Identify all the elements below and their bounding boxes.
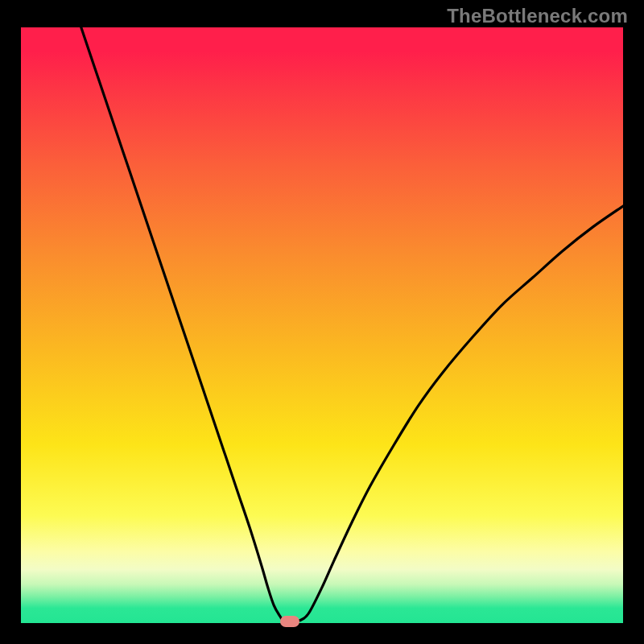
bottleneck-curve	[21, 27, 623, 623]
chart-frame: TheBottleneck.com	[0, 0, 644, 644]
curve-minimum-marker	[280, 616, 299, 627]
watermark-text: TheBottleneck.com	[447, 5, 628, 27]
plot-area	[21, 27, 623, 623]
